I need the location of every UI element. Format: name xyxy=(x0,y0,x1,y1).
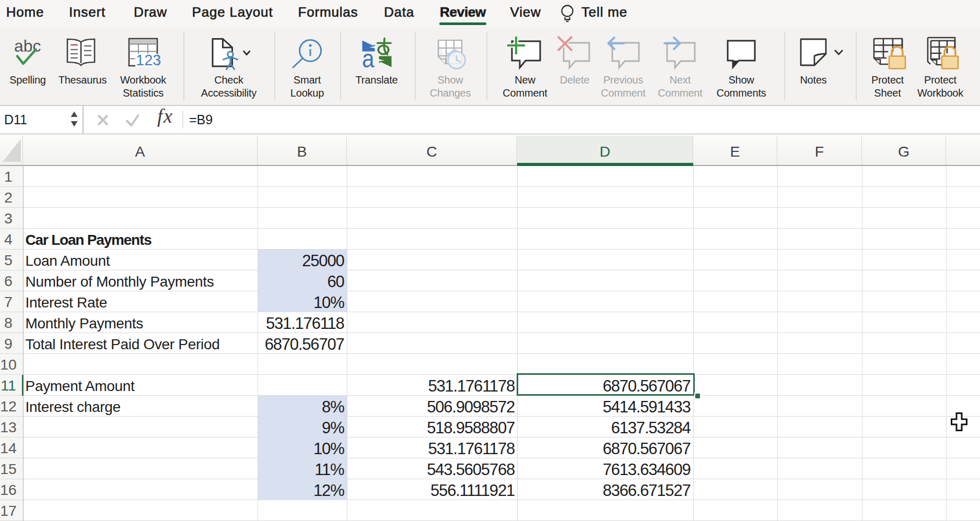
svg-text:123: 123 xyxy=(136,52,161,68)
svg-text:abc: abc xyxy=(14,37,41,55)
svg-text:a: a xyxy=(362,44,375,73)
